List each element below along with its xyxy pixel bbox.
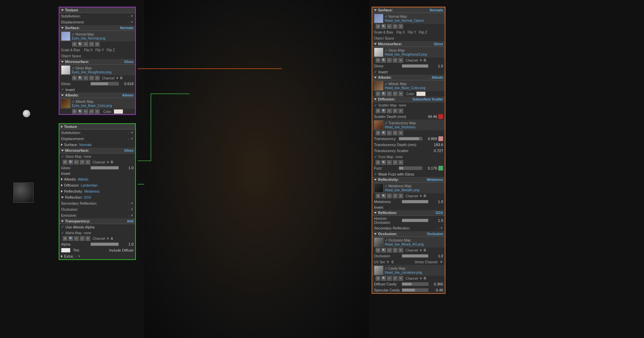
orange-specular-cavity-slider[interactable] <box>402 288 428 292</box>
orange-occ-check[interactable]: ✓ <box>385 238 388 243</box>
search-o9[interactable]: 🔍 <box>381 276 386 281</box>
orange-trans-slider[interactable] <box>399 137 422 140</box>
alpha-map-check[interactable]: ✓ <box>61 231 64 235</box>
flip-z-label[interactable]: Flip Z <box>107 48 115 52</box>
orange-micro-value[interactable]: Gloss <box>434 42 443 46</box>
gear-o9[interactable]: ⚙ <box>376 276 380 281</box>
close-o1[interactable]: ✕ <box>398 24 403 29</box>
orange-albedo-toggle[interactable] <box>374 77 377 78</box>
orange-metal-slider[interactable] <box>402 200 428 203</box>
orange-fuzz-slider[interactable] <box>399 166 422 170</box>
gear-icon-g[interactable]: ⚙ <box>63 160 67 164</box>
green-trans-toggle[interactable] <box>61 220 64 222</box>
green-reflection-value[interactable]: GGX <box>84 196 91 199</box>
gear-icon-ga[interactable]: ⚙ <box>63 236 67 241</box>
search-o8[interactable]: 🔍 <box>381 248 386 253</box>
subdivision-arrow[interactable]: ▼ <box>130 14 133 18</box>
object-space-label[interactable]: Object Space <box>61 54 81 58</box>
orange-occ-section-value[interactable]: Occlusion <box>427 232 443 236</box>
gloss-slider[interactable] <box>91 82 119 85</box>
albedo-map-check[interactable]: ✓ <box>72 99 75 104</box>
refresh-icon-2[interactable]: ↺ <box>89 76 94 80</box>
surface-value[interactable]: Normals <box>120 26 133 30</box>
orange-occ-toggle[interactable] <box>374 233 377 235</box>
orange-refl-toggle[interactable] <box>374 212 377 214</box>
green-texture-toggle[interactable] <box>61 125 63 128</box>
green-diffusion-toggle[interactable] <box>61 184 63 187</box>
edit-o8[interactable]: ✏ <box>387 248 392 253</box>
gear-o2[interactable]: ⚙ <box>376 58 380 63</box>
search-o5[interactable]: 🔍 <box>381 131 386 135</box>
normal-map-check[interactable]: ✓ <box>72 32 75 37</box>
use-albedo-check[interactable]: ✓ <box>61 225 64 229</box>
edit-icon-g[interactable]: ✏ <box>74 160 79 164</box>
orange-occ-slider[interactable] <box>402 254 428 258</box>
edit-icon[interactable]: ✏ <box>84 42 88 47</box>
close-icon[interactable]: ✕ <box>95 42 100 47</box>
refresh-icon-g[interactable]: ↺ <box>80 160 85 164</box>
orange-flip-x[interactable]: Flip X <box>396 30 405 34</box>
orange-reflect-value[interactable]: Metalness <box>427 178 443 182</box>
gloss-map-check[interactable]: ✓ <box>72 66 75 70</box>
orange-flip-z[interactable]: Flip Z <box>419 30 427 34</box>
close-o8[interactable]: ✕ <box>398 248 403 253</box>
refresh-icon[interactable]: ↺ <box>89 42 94 47</box>
gear-icon-3[interactable]: ⚙ <box>72 109 77 114</box>
orange-surface-toggle[interactable] <box>374 9 377 11</box>
edit-o1[interactable]: ✏ <box>387 24 392 29</box>
tint-swatch[interactable] <box>61 248 70 253</box>
gear-o5[interactable]: ⚙ <box>376 131 380 135</box>
gear-o7[interactable]: ⚙ <box>376 194 380 198</box>
edit-o9[interactable]: ✏ <box>387 276 392 281</box>
refresh-o2[interactable]: ↺ <box>393 58 397 63</box>
orange-diffusion-toggle[interactable] <box>374 98 377 100</box>
refresh-icon-ga[interactable]: ↺ <box>80 236 85 241</box>
material-thumbnail[interactable] <box>13 183 34 203</box>
green-reflection-toggle[interactable] <box>61 197 64 198</box>
orange-surface-value[interactable]: Normals <box>430 8 443 12</box>
close-o3[interactable]: ✕ <box>398 91 403 96</box>
orange-mask-fuzz-check[interactable]: ✓ <box>374 172 377 176</box>
close-icon-g[interactable]: ✕ <box>86 160 90 164</box>
refresh-o8[interactable]: ↺ <box>393 248 397 253</box>
green-reflectivity-toggle[interactable] <box>61 190 63 193</box>
surface-toggle[interactable] <box>61 27 64 29</box>
green-reflectivity-value[interactable]: Metalness <box>84 190 100 193</box>
search-o4[interactable]: 🔍 <box>381 109 386 113</box>
search-icon-3[interactable]: 🔍 <box>78 109 83 114</box>
gear-icon-2[interactable]: ⚙ <box>72 76 77 80</box>
orange-flip-y[interactable]: Flip Y <box>408 30 416 34</box>
close-o4[interactable]: ✕ <box>398 109 403 113</box>
orange-gloss-check[interactable]: ✓ <box>385 48 388 53</box>
close-o2[interactable]: ✕ <box>398 58 403 63</box>
gear-o6[interactable]: ⚙ <box>376 160 380 165</box>
close-o7[interactable]: ✕ <box>398 194 403 198</box>
search-icon-g[interactable]: 🔍 <box>68 160 73 164</box>
edit-o6[interactable]: ✏ <box>387 160 392 165</box>
orange-invert-check[interactable]: ✓ <box>374 70 377 74</box>
texture-toggle-icon[interactable] <box>61 9 64 11</box>
orange-scale-bias[interactable]: Scale & Bias <box>374 30 393 34</box>
orange-diffuse-cavity-slider[interactable] <box>402 282 428 286</box>
orange-micro-toggle[interactable] <box>374 43 377 45</box>
search-o6[interactable]: 🔍 <box>381 160 386 165</box>
gear-o8[interactable]: ⚙ <box>376 248 380 253</box>
orange-metal-check[interactable]: ✓ <box>385 184 388 188</box>
edit-o5[interactable]: ✏ <box>387 131 392 135</box>
search-o3[interactable]: 🔍 <box>381 91 386 96</box>
green-diffusion-value[interactable]: Lambertian <box>81 184 98 187</box>
edit-o3[interactable]: ✏ <box>387 91 392 96</box>
orange-refl-value[interactable]: GGX <box>436 211 443 215</box>
orange-cavity-check[interactable]: ✓ <box>385 266 388 271</box>
refresh-o3[interactable]: ↺ <box>393 91 397 96</box>
scale-bias-label[interactable]: Scale & Bias <box>61 48 80 52</box>
flip-y-label[interactable]: Flip Y <box>95 48 104 52</box>
close-o9[interactable]: ✕ <box>398 276 403 281</box>
green-surface-value[interactable]: Normals <box>79 143 92 147</box>
orange-albedo-value[interactable]: Albedo <box>432 76 443 79</box>
scatter-depth-color[interactable] <box>438 114 443 119</box>
orange-gloss-slider[interactable] <box>402 64 428 68</box>
flip-x-label[interactable]: Flip X <box>84 48 93 52</box>
refresh-o6[interactable]: ↺ <box>393 160 397 165</box>
green-micro-toggle[interactable] <box>61 150 64 151</box>
